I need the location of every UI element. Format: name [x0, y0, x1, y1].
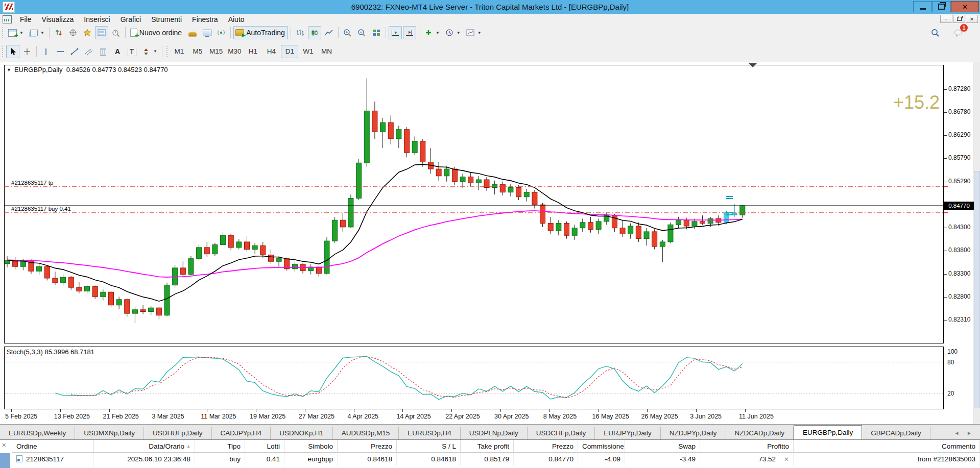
menu-item-visualizza[interactable]: Visualizza [37, 14, 79, 24]
orders-header-s-l[interactable]: S / L [397, 440, 461, 453]
stochastic-canvas[interactable] [4, 347, 944, 409]
timeframe-button-H4[interactable]: H4 [262, 45, 280, 58]
data-window-button[interactable] [66, 26, 80, 39]
tab-usdmxnp-daily[interactable]: USDMXNp,Daily [75, 427, 144, 440]
chart-shift-button[interactable] [389, 26, 402, 39]
fibonacci-button[interactable] [97, 45, 110, 58]
close-position-icon[interactable]: ✕ [784, 456, 789, 463]
signals-button[interactable] [214, 26, 228, 39]
orders-header-profitto[interactable]: Profitto [700, 440, 794, 453]
tab-usdnokp-h1[interactable]: USDNOKp,H1 [271, 427, 332, 440]
text-button[interactable]: A [111, 45, 124, 58]
orders-header-take-profit[interactable]: Take profit [461, 440, 514, 453]
navigator-button[interactable] [81, 26, 94, 39]
text-label-button[interactable]: T [125, 45, 138, 58]
tile-windows-button[interactable] [370, 26, 383, 39]
open-profiles-button[interactable]: ▼ [27, 26, 46, 39]
timeframe-button-MN[interactable]: MN [318, 45, 335, 58]
orders-header-prezzo[interactable]: Prezzo [514, 440, 578, 453]
templates-button[interactable]: ▼ [464, 26, 484, 39]
chart-shift-marker[interactable] [749, 63, 757, 67]
chevron-down-icon[interactable]: ▼ [436, 31, 440, 35]
restore-button[interactable] [932, 1, 951, 12]
horizontal-line-button[interactable] [54, 45, 67, 58]
arrows-button[interactable]: ▼ [139, 45, 159, 58]
menu-item-grafici[interactable]: Grafici [115, 14, 146, 24]
tab-eurjpyp-daily[interactable]: EURJPYp,Daily [595, 427, 661, 440]
menu-item-finestra[interactable]: Finestra [187, 14, 223, 24]
orders-header-ordine[interactable]: Ordine [12, 440, 94, 453]
menu-item-strumenti[interactable]: Strumenti [146, 14, 187, 24]
timeframe-button-M1[interactable]: M1 [171, 45, 188, 58]
tab-usdplnp-daily[interactable]: USDPLNp,Daily [461, 427, 528, 440]
order-row[interactable]: 21286351172025.06.10 23:36:48buy0.41eurg… [12, 453, 980, 466]
orders-header-data-orario[interactable]: Data/Orario▲ [94, 440, 195, 453]
minimize-button[interactable] [913, 1, 932, 12]
vertical-scrollbar[interactable] [973, 62, 980, 424]
notifications-button[interactable]: 1 [952, 26, 965, 39]
timeframe-button-D1[interactable]: D1 [281, 45, 298, 58]
new-order-button[interactable]: Nuovo ordine [128, 26, 185, 39]
tab-cadjpyp-h4[interactable]: CADJPYp,H4 [212, 427, 271, 440]
scrollbar-thumb[interactable] [974, 171, 980, 408]
market-watch-button[interactable] [52, 26, 65, 39]
add-indicator-button[interactable]: ▼ [422, 26, 442, 39]
panel-close-icon[interactable]: ✕ [2, 442, 6, 449]
tab-scroll-arrows[interactable]: ◄ ► [949, 427, 980, 440]
chevron-down-icon[interactable]: ▼ [19, 31, 23, 35]
tab-gbpcadp-daily[interactable]: GBPCADp,Daily [862, 427, 930, 440]
chart-bars-button[interactable] [294, 26, 307, 39]
orders-header-tipo[interactable]: Tipo [195, 440, 245, 453]
auto-scroll-button[interactable] [403, 26, 416, 39]
vertical-line-button[interactable] [39, 45, 53, 58]
cursor-button[interactable] [6, 45, 19, 58]
close-button[interactable]: ✕ [951, 1, 979, 12]
strategy-tester-button[interactable] [109, 26, 123, 39]
orders-header-swap[interactable]: Swap [625, 440, 700, 453]
chart-line-button[interactable] [322, 26, 336, 39]
mdi-close-button[interactable]: ✕ [966, 15, 978, 23]
orders-header-commissione[interactable]: Commissione [578, 440, 625, 453]
orders-header-commento[interactable]: Commento [794, 440, 980, 453]
virtual-hosting-button[interactable] [200, 26, 213, 39]
trendline-button[interactable] [68, 45, 81, 58]
search-button[interactable] [928, 26, 942, 39]
timeframe-button-W1[interactable]: W1 [299, 45, 317, 58]
menu-item-inserisci[interactable]: Inserisci [79, 14, 115, 24]
mdi-restore-button[interactable] [953, 15, 965, 23]
chart-candles-button[interactable] [308, 26, 321, 39]
equidistant-channel-button[interactable] [82, 45, 95, 58]
hat-button[interactable] [186, 26, 199, 39]
crosshair-button[interactable] [20, 45, 34, 58]
zoom-in-button[interactable] [341, 26, 354, 39]
orders-header-lotti[interactable]: Lotti [245, 440, 284, 453]
menu-item-aiuto[interactable]: Aiuto [223, 14, 250, 24]
orders-header-simbolo[interactable]: Simbolo [284, 440, 338, 453]
new-chart-button[interactable]: ▼ [6, 26, 26, 39]
zoom-out-button[interactable] [355, 26, 369, 39]
tab-audusdp-m15[interactable]: AUDUSDp,M15 [333, 427, 399, 440]
timeframe-button-M5[interactable]: M5 [189, 45, 206, 58]
timeframe-button-M30[interactable]: M30 [226, 45, 243, 58]
menu-item-file[interactable]: File [15, 14, 37, 24]
tab-nzdjpyp-daily[interactable]: NZDJPYp,Daily [661, 427, 726, 440]
tab-eurusdp-h4[interactable]: EURUSDp,H4 [399, 427, 461, 440]
chevron-down-icon[interactable]: ▼ [40, 31, 44, 35]
timeframe-button-M15[interactable]: M15 [207, 45, 225, 58]
tab-usdhufp-daily[interactable]: USDHUFp,Daily [144, 427, 212, 440]
main-chart-canvas[interactable]: #2128635117 tp#2128635117 buy 0.41 [4, 65, 944, 343]
autotrading-button[interactable]: AutoTrading [233, 26, 288, 39]
tab-eurgbpp-daily[interactable]: EURGBPp,Daily [794, 425, 862, 440]
tab-eurusdp-weekly[interactable]: EURUSDp,Weekly [0, 427, 75, 440]
orders-header-prezzo[interactable]: Prezzo [338, 440, 397, 453]
timeframe-button-H1[interactable]: H1 [244, 45, 261, 58]
tab-nzdcadp-daily[interactable]: NZDCADp,Daily [726, 427, 794, 440]
collapse-triangle-icon[interactable]: ▼ [7, 67, 11, 72]
chevron-down-icon[interactable]: ▼ [477, 31, 482, 35]
tab-usdchfp-daily[interactable]: USDCHFp,Daily [528, 427, 595, 440]
chevron-down-icon[interactable]: ▼ [153, 49, 157, 54]
chevron-down-icon[interactable]: ▼ [457, 31, 461, 35]
periods-button[interactable]: ▼ [443, 26, 463, 39]
mdi-minimize-button[interactable]: − [940, 15, 952, 23]
terminal-button[interactable] [95, 26, 108, 39]
